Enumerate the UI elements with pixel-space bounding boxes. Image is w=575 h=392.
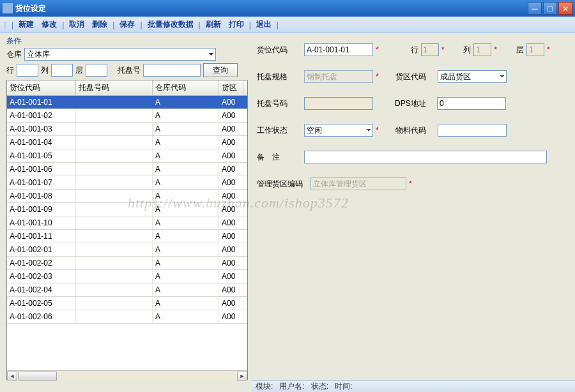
table-row[interactable]: A-01-002-05AA00: [7, 297, 247, 310]
toolbar-grip: ⁞: [4, 20, 8, 29]
location-code-label: 货位代码: [257, 45, 304, 56]
table-row[interactable]: A-01-002-03AA00: [7, 270, 247, 283]
pallet-input[interactable]: [143, 64, 201, 77]
edit-button[interactable]: 修改: [38, 18, 61, 31]
detail-form: 货位代码 * 行 * 列 * 层 * 托盘规格 钢制托盘 * 货区代码 成品货区…: [252, 33, 575, 381]
minimize-button[interactable]: ─: [528, 2, 542, 15]
app-icon: [3, 3, 13, 13]
table-row[interactable]: A-01-001-08AA00: [7, 190, 247, 203]
pallet-no-input: [304, 97, 373, 110]
table-row[interactable]: A-01-001-07AA00: [7, 176, 247, 190]
pallet-spec-label: 托盘规格: [257, 72, 304, 82]
left-panel: 条件 仓库 立体库 行 列 层 托盘号 查询 货位代码 托盘号码 仓库代码 货区…: [0, 33, 252, 381]
table-row[interactable]: A-01-001-04AA00: [7, 136, 247, 149]
exit-button[interactable]: 退出: [252, 18, 275, 31]
layer-label: 层: [75, 65, 83, 76]
table-row[interactable]: A-01-001-02AA00: [7, 109, 247, 123]
layer-input[interactable]: [86, 64, 107, 77]
toolbar: ⁞ | 新建 修改 | 取消 删除 | 保存 | 批量修改数据 | 刷新 打印 …: [0, 17, 575, 33]
material-input[interactable]: [438, 124, 507, 137]
table-row[interactable]: A-01-001-11AA00: [7, 230, 247, 243]
col-input[interactable]: [51, 64, 73, 77]
titlebar: 货位设定 ─ □ ×: [0, 0, 575, 17]
filter-section-title: 条件: [6, 36, 248, 47]
pallet-label: 托盘号: [118, 65, 141, 76]
grid-header-col4[interactable]: 货区: [219, 80, 243, 95]
grid-hscrollbar[interactable]: ◄ ►: [7, 370, 247, 381]
status-user: 用户名:: [279, 381, 304, 392]
delete-button[interactable]: 删除: [88, 18, 111, 31]
query-button[interactable]: 查询: [203, 63, 238, 77]
col-label: 列: [41, 65, 49, 76]
grid-header-col2[interactable]: 托盘号码: [76, 80, 153, 95]
table-row[interactable]: A-01-002-01AA00: [7, 243, 247, 257]
batch-edit-button[interactable]: 批量修改数据: [144, 18, 197, 31]
refresh-button[interactable]: 刷新: [202, 18, 225, 31]
pallet-no-label: 托盘号码: [257, 98, 304, 109]
status-select[interactable]: 空闲: [304, 124, 373, 137]
scroll-left-icon[interactable]: ◄: [7, 372, 17, 381]
table-row[interactable]: A-01-002-02AA00: [7, 257, 247, 270]
row-input[interactable]: [17, 64, 38, 77]
table-row[interactable]: A-01-002-04AA00: [7, 283, 247, 297]
pallet-spec-select: 钢制托盘: [304, 70, 373, 83]
remark-input[interactable]: [304, 151, 547, 163]
form-col-input: [473, 43, 491, 56]
grid-header: 货位代码 托盘号码 仓库代码 货区: [7, 80, 247, 96]
table-row[interactable]: A-01-001-01AA00: [7, 96, 247, 109]
grid-header-col3[interactable]: 仓库代码: [153, 80, 219, 95]
warehouse-label: 仓库: [6, 49, 22, 60]
form-col-label: 列: [448, 45, 473, 56]
statusbar: 模块: 用户名: 状态: 时间:: [252, 381, 575, 392]
table-row[interactable]: A-01-001-03AA00: [7, 123, 247, 136]
status-module: 模块:: [256, 381, 273, 392]
window-title: 货位设定: [15, 3, 526, 14]
table-row[interactable]: A-01-002-06AA00: [7, 310, 247, 324]
form-layer-input: [526, 43, 544, 56]
cancel-button[interactable]: 取消: [65, 18, 88, 31]
dps-label: DPS地址: [395, 98, 437, 109]
new-button[interactable]: 新建: [15, 18, 38, 31]
zone-code-select[interactable]: 成品货区: [438, 70, 507, 83]
save-button[interactable]: 保存: [116, 18, 139, 31]
table-row[interactable]: A-01-001-05AA00: [7, 149, 247, 163]
grid-body[interactable]: A-01-001-01AA00A-01-001-02AA00A-01-001-0…: [7, 96, 247, 370]
status-label: 工作状态: [257, 125, 304, 136]
grid-header-col1[interactable]: 货位代码: [7, 80, 76, 95]
form-row-input: [421, 43, 439, 56]
print-button[interactable]: 打印: [225, 18, 248, 31]
status-state: 状态:: [311, 381, 328, 392]
mgmt-zone-label: 管理货区编码: [257, 179, 310, 190]
maximize-button[interactable]: □: [543, 2, 557, 15]
material-label: 物料代码: [395, 125, 438, 136]
data-grid: 货位代码 托盘号码 仓库代码 货区 A-01-001-01AA00A-01-00…: [6, 80, 248, 380]
status-time: 时间:: [335, 381, 352, 392]
close-button[interactable]: ×: [558, 2, 572, 15]
remark-label: 备 注: [257, 152, 304, 163]
location-code-input[interactable]: [304, 43, 373, 56]
row-label: 行: [6, 65, 14, 76]
form-layer-label: 层: [501, 45, 526, 56]
zone-code-label: 货区代码: [395, 72, 438, 82]
scroll-thumb[interactable]: [19, 372, 57, 381]
form-row-label: 行: [395, 45, 421, 56]
mgmt-zone-select: 立体库管理货区: [310, 177, 406, 190]
table-row[interactable]: A-01-001-10AA00: [7, 216, 247, 230]
dps-input[interactable]: [437, 97, 506, 110]
table-row[interactable]: A-01-001-06AA00: [7, 163, 247, 176]
scroll-right-icon[interactable]: ►: [237, 372, 247, 381]
warehouse-select[interactable]: 立体库: [24, 48, 216, 61]
table-row[interactable]: A-01-001-09AA00: [7, 203, 247, 216]
